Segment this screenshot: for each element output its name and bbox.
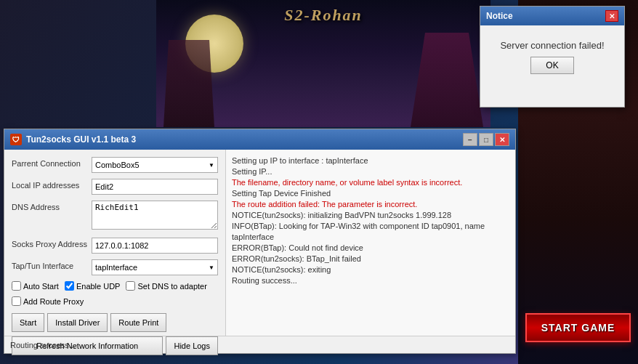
game-banner: S2-Rohan (156, 0, 490, 127)
add-route-row: Add Route Proxy (12, 296, 218, 306)
log-line: ERROR(BTap): Could not find device (232, 243, 509, 254)
log-line: The filename, directory name, or volume … (232, 177, 509, 188)
main-window: 🛡 Tun2socks GUI v1.1 beta 3 − □ ✕ Parren… (4, 129, 516, 354)
start-button[interactable]: Start (12, 313, 44, 332)
set-dns-label: Set DNS to adapter (137, 282, 206, 291)
right-panel: Setting up IP to interface : tapInterfac… (226, 150, 515, 336)
notice-dialog: Notice ✕ Server connection failed! OK (480, 6, 625, 108)
socks-proxy-row: Socks Proxy Address (12, 238, 218, 254)
dns-address-label: DNS Address (12, 201, 92, 211)
tap-tun-control: tapInterface ▼ (92, 259, 218, 275)
main-buttons-row: Start Install Driver Route Print (12, 313, 218, 332)
combo-arrow-icon: ▼ (209, 162, 214, 169)
tap-tun-combo[interactable]: tapInterface ▼ (92, 259, 218, 275)
notice-close-button[interactable]: ✕ (605, 10, 618, 22)
game-figure-2 (163, 40, 214, 127)
titlebar: 🛡 Tun2socks GUI v1.1 beta 3 − □ ✕ (4, 129, 515, 150)
parent-connection-label: Parrent Connection (12, 157, 92, 168)
enable-udp-label: Enable UDP (76, 282, 121, 291)
tap-tun-row: Tap/Tun Interface tapInterface ▼ (12, 259, 218, 275)
left-panel: Parrent Connection ComboBox5 ▼ Local IP … (4, 150, 226, 336)
log-line: NOTICE(tun2socks): initializing BadVPN t… (232, 210, 509, 221)
notice-message: Server connection failed! (500, 40, 604, 51)
enable-udp-checkbox[interactable] (65, 281, 74, 291)
game-title: S2-Rohan (284, 6, 363, 25)
log-line: The route addition failed: The parameter… (232, 199, 509, 210)
game-figure (411, 33, 483, 127)
enable-udp-item: Enable UDP (65, 281, 121, 291)
notice-ok-button[interactable]: OK (530, 57, 574, 74)
set-dns-checkbox[interactable] (126, 281, 135, 291)
app-icon: 🛡 (10, 134, 22, 145)
log-line: INFO(BTap): Looking for TAP-Win32 with c… (232, 221, 509, 243)
log-line: Setting IP... (232, 166, 509, 177)
socks-proxy-label: Socks Proxy Address (12, 238, 92, 248)
log-line: ERROR(tun2socks): BTap_Init failed (232, 254, 509, 264)
add-route-label: Add Route Proxy (23, 297, 84, 306)
checkboxes-row: Auto Start Enable UDP Set DNS to adapter (12, 281, 218, 291)
dns-address-row: DNS Address RichEdit1 (12, 201, 218, 232)
notice-title: Notice (486, 11, 513, 21)
minimize-button[interactable]: − (463, 133, 477, 146)
route-print-button[interactable]: Route Print (110, 313, 166, 332)
close-button[interactable]: ✕ (495, 133, 509, 146)
log-line: Routing success... (232, 275, 509, 286)
tap-tun-arrow-icon: ▼ (209, 264, 214, 271)
maximize-button[interactable]: □ (479, 133, 493, 146)
log-line: Setting Tap Device Finished (232, 188, 509, 199)
add-route-checkbox[interactable] (12, 296, 21, 306)
parent-connection-control: ComboBox5 ▼ (92, 157, 218, 173)
notice-body: Server connection failed! OK (480, 25, 624, 81)
status-text: Routing success... (10, 341, 76, 349)
tap-tun-label: Tap/Tun Interface (12, 259, 92, 270)
dns-control: RichEdit1 (92, 201, 218, 232)
socks-proxy-input[interactable] (92, 238, 218, 254)
dns-rich-edit[interactable]: RichEdit1 (92, 201, 218, 230)
parent-connection-row: Parrent Connection ComboBox5 ▼ (12, 157, 218, 173)
auto-start-label: Auto Start (23, 282, 59, 291)
hide-logs-button[interactable]: Hide Logs (166, 336, 218, 355)
local-ip-input[interactable] (92, 179, 218, 195)
log-line: NOTICE(tun2socks): exiting (232, 264, 509, 275)
auto-start-checkbox[interactable] (12, 281, 21, 291)
local-ip-row: Local IP addresses (12, 179, 218, 195)
auto-start-item: Auto Start (12, 281, 59, 291)
install-driver-button[interactable]: Install Driver (47, 313, 108, 332)
local-ip-label: Local IP addresses (12, 179, 92, 190)
titlebar-controls: − □ ✕ (463, 133, 509, 146)
socks-proxy-control (92, 238, 218, 254)
log-line: Setting up IP to interface : tapInterfac… (232, 155, 509, 166)
start-game-button[interactable]: START GAME (525, 313, 631, 342)
combo-value: ComboBox5 (95, 161, 140, 169)
parent-connection-combo[interactable]: ComboBox5 ▼ (92, 157, 218, 173)
tap-tun-value: tapInterface (95, 263, 137, 272)
local-ip-control (92, 179, 218, 195)
window-content: Parrent Connection ComboBox5 ▼ Local IP … (4, 150, 515, 336)
set-dns-item: Set DNS to adapter (126, 281, 206, 291)
window-title: Tun2socks GUI v1.1 beta 3 (26, 134, 463, 145)
notice-titlebar: Notice ✕ (480, 7, 624, 25)
